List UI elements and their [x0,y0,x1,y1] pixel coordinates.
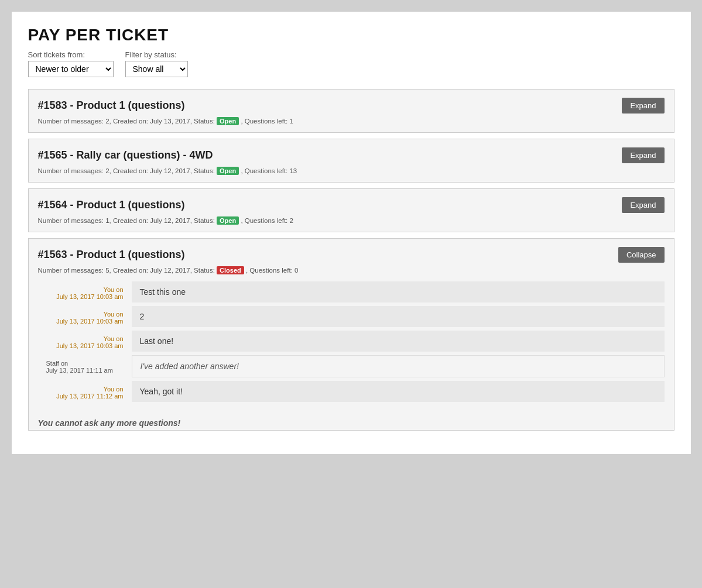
ticket-card-1583: #1583 - Product 1 (questions) Expand Num… [28,89,674,133]
status-badge-1565: Open [217,167,239,175]
ticket-title-1563: #1563 - Product 1 (questions) [38,249,185,261]
no-more-questions-notice: You cannot ask any more questions! [29,412,674,430]
message-bubble-3: Last one! [132,331,665,352]
message-bubble-2: 2 [132,306,665,327]
page-title: PAY PER TICKET [28,26,674,44]
ticket-list: #1583 - Product 1 (questions) Expand Num… [28,89,674,431]
ticket-messages-1563: You onJuly 13, 2017 10:03 am Test this o… [29,281,674,412]
message-author-5: You onJuly 13, 2017 11:12 am [38,381,132,402]
sort-select[interactable]: Newer to older Older to newer [28,61,114,77]
ticket-title-1564: #1564 - Product 1 (questions) [38,199,185,211]
message-row-3: You onJuly 13, 2017 10:03 am Last one! [38,331,665,352]
status-badge-1564: Open [217,216,239,225]
collapse-button-1563[interactable]: Collapse [618,247,665,263]
ticket-title-1565: #1565 - Rally car (questions) - 4WD [38,149,213,161]
ticket-card-1564: #1564 - Product 1 (questions) Expand Num… [28,188,674,232]
message-author-4: Staff onJuly 13, 2017 11:11 am [38,355,132,377]
ticket-title-1583: #1583 - Product 1 (questions) [38,99,185,112]
message-author-3: You onJuly 13, 2017 10:03 am [38,331,132,352]
message-bubble-1: Test this one [132,281,665,302]
ticket-meta-1564: Number of messages: 1, Created on: July … [29,216,674,232]
sort-control: Sort tickets from: Newer to older Older … [28,50,114,77]
message-row-1: You onJuly 13, 2017 10:03 am Test this o… [38,281,665,302]
message-row-5: You onJuly 13, 2017 11:12 am Yeah, got i… [38,381,665,402]
ticket-header-1565: #1565 - Rally car (questions) - 4WD Expa… [29,139,674,167]
status-badge-1583: Open [217,117,239,125]
status-badge-1563: Closed [217,266,244,274]
controls-bar: Sort tickets from: Newer to older Older … [28,50,674,77]
expand-button-1564[interactable]: Expand [622,197,664,213]
ticket-header-1583: #1583 - Product 1 (questions) Expand [29,90,674,117]
message-bubble-5: Yeah, got it! [132,381,665,402]
message-row-4: I've added another answer! Staff onJuly … [38,355,665,377]
ticket-header-1563: #1563 - Product 1 (questions) Collapse [29,239,674,266]
ticket-meta-1563: Number of messages: 5, Created on: July … [29,266,674,281]
ticket-meta-1583: Number of messages: 2, Created on: July … [29,117,674,132]
ticket-card-1565: #1565 - Rally car (questions) - 4WD Expa… [28,139,674,183]
ticket-meta-1565: Number of messages: 2, Created on: July … [29,167,674,182]
filter-control: Filter by status: Show all Open Closed [125,50,188,77]
expand-button-1565[interactable]: Expand [622,147,664,163]
filter-label: Filter by status: [125,50,188,59]
ticket-header-1564: #1564 - Product 1 (questions) Expand [29,189,674,216]
filter-select[interactable]: Show all Open Closed [125,61,188,77]
message-bubble-4: I've added another answer! [132,355,665,377]
ticket-card-1563: #1563 - Product 1 (questions) Collapse N… [28,238,674,431]
message-row-2: You onJuly 13, 2017 10:03 am 2 [38,306,665,327]
message-author-1: You onJuly 13, 2017 10:03 am [38,281,132,302]
page-wrapper: PAY PER TICKET Sort tickets from: Newer … [12,12,691,454]
message-author-2: You onJuly 13, 2017 10:03 am [38,306,132,327]
expand-button-1583[interactable]: Expand [622,98,664,114]
sort-label: Sort tickets from: [28,50,114,59]
